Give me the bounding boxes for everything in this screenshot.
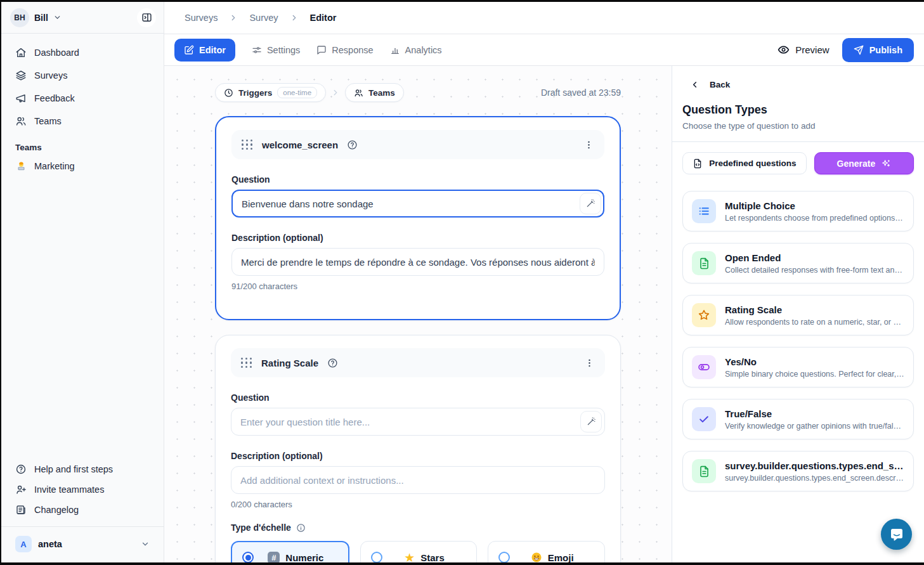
tab-label: Response xyxy=(332,45,373,55)
back-label: Back xyxy=(710,80,730,89)
divider xyxy=(672,141,924,142)
sidebar-item-label: Help and first steps xyxy=(34,464,113,474)
scale-option-stars[interactable]: ★ Stars xyxy=(360,541,478,562)
question-input-wrap xyxy=(231,408,605,436)
sidebar-item-teams[interactable]: Teams xyxy=(10,111,155,131)
clock-icon xyxy=(224,88,233,98)
question-card-rating-scale[interactable]: Rating Scale Question xyxy=(215,335,621,562)
question-description-input[interactable] xyxy=(231,248,604,276)
generate-button[interactable]: Generate xyxy=(814,152,914,174)
user-plus-icon xyxy=(15,484,27,495)
question-type-yes-no[interactable]: Yes/No Simple binary choice questions. P… xyxy=(682,347,914,387)
ai-rewrite-button[interactable] xyxy=(580,193,601,214)
radio-unselected xyxy=(498,552,510,562)
tab-analytics[interactable]: Analytics xyxy=(390,45,442,55)
help-circle-icon[interactable] xyxy=(327,358,338,368)
question-type-description: Collect detailed responses with free-for… xyxy=(725,266,904,275)
tab-label: Analytics xyxy=(405,45,442,55)
question-card-welcome-screen[interactable]: welcome_screen Question xyxy=(215,116,621,320)
sidebar-item-changelog[interactable]: Changelog xyxy=(10,500,155,520)
question-type-title: Rating Scale xyxy=(725,304,904,315)
panel-subtitle: Choose the type of question to add xyxy=(682,121,914,131)
divider xyxy=(1,526,164,527)
predefined-questions-label: Predefined questions xyxy=(709,159,796,168)
preview-button[interactable]: Preview xyxy=(778,44,829,56)
generate-label: Generate xyxy=(837,159,876,169)
list-icon xyxy=(692,199,716,223)
sidebar-item-label: Marketing xyxy=(34,161,75,171)
file-text-icon xyxy=(692,459,716,483)
check-icon xyxy=(692,407,716,431)
info-icon[interactable] xyxy=(296,523,306,533)
teams-button[interactable]: Teams xyxy=(345,83,404,102)
back-button[interactable]: Back xyxy=(682,79,914,91)
tab-label: Editor xyxy=(199,45,226,55)
question-description-input[interactable] xyxy=(231,466,605,494)
technologist-emoji xyxy=(15,160,27,172)
question-type-rating-scale[interactable]: Rating Scale Allow respondents to rate o… xyxy=(682,295,914,335)
draft-status: Draft saved at 23:59 xyxy=(541,88,621,98)
home-icon xyxy=(15,47,27,58)
sidebar-item-label: Changelog xyxy=(34,505,79,515)
question-field-label: Question xyxy=(231,174,604,185)
question-title-input[interactable] xyxy=(231,408,605,436)
sidebar-collapse-button[interactable] xyxy=(137,8,156,27)
survey-flow-row: Triggers one-time Teams Draft saved at 2… xyxy=(215,83,621,102)
question-type-true-false[interactable]: True/False Verify knowledge or gather op… xyxy=(682,399,914,439)
sidebar-item-surveys[interactable]: Surveys xyxy=(10,65,155,86)
description-input-wrap xyxy=(231,466,605,494)
breadcrumb-editor: Editor xyxy=(310,13,337,23)
drag-handle-icon[interactable] xyxy=(242,140,253,150)
chat-launcher-button[interactable] xyxy=(881,519,912,550)
sidebar-item-feedback[interactable]: Feedback xyxy=(10,88,155,108)
tab-settings[interactable]: Settings xyxy=(252,45,300,55)
question-card-title: Rating Scale xyxy=(261,358,318,368)
drag-handle-icon[interactable] xyxy=(241,358,252,368)
workspace-switcher[interactable]: BH Bill xyxy=(1,2,164,34)
tab-response[interactable]: Response xyxy=(316,45,373,55)
sidebar-item-label: Surveys xyxy=(34,70,67,81)
tab-label: Settings xyxy=(267,45,300,55)
workspace-name: Bill xyxy=(34,13,48,23)
user-menu[interactable]: A aneta xyxy=(10,533,155,555)
chevron-down-icon xyxy=(53,13,62,22)
description-input-wrap xyxy=(231,248,604,276)
radio-unselected xyxy=(371,552,382,562)
sidebar-item-help[interactable]: Help and first steps xyxy=(10,459,155,479)
char-counter: 0/200 characters xyxy=(231,500,605,509)
file-code-icon xyxy=(693,159,703,169)
main-area: Surveys Survey Editor Editor Settings Re… xyxy=(164,2,924,562)
ai-rewrite-button[interactable] xyxy=(580,411,602,432)
chevron-left-icon xyxy=(690,80,700,89)
question-type-description: Verify knowledge or gather opinions with… xyxy=(725,422,904,431)
sidebar: BH Bill Dashboard Surveys Feedback T xyxy=(1,2,164,562)
scale-type-label-row: Type d'échelle xyxy=(231,523,605,533)
scale-type-options: # Numeric ★ Stars xyxy=(231,541,605,562)
more-options-icon[interactable] xyxy=(583,140,594,150)
char-counter: 91/200 characters xyxy=(231,282,604,291)
question-type-description: survey.builder.questions.types.end_scree… xyxy=(725,474,904,483)
question-type-title: Open Ended xyxy=(725,252,904,263)
triggers-button[interactable]: Triggers one-time xyxy=(215,83,326,102)
magic-wand-icon xyxy=(586,417,596,427)
sidebar-teams-section-label: Teams xyxy=(1,131,164,156)
triggers-label: Triggers xyxy=(238,88,272,98)
question-type-open-ended[interactable]: Open Ended Collect detailed responses wi… xyxy=(682,243,914,283)
sidebar-item-marketing-team[interactable]: Marketing xyxy=(10,156,155,176)
sidebar-item-dashboard[interactable]: Dashboard xyxy=(10,42,155,63)
bar-chart-icon xyxy=(390,45,400,55)
scale-option-emoji[interactable]: Emoji xyxy=(488,541,605,562)
publish-button[interactable]: Publish xyxy=(842,38,914,62)
question-title-input[interactable] xyxy=(231,190,604,218)
breadcrumb-surveys[interactable]: Surveys xyxy=(185,13,218,23)
scale-option-numeric[interactable]: # Numeric xyxy=(231,541,349,562)
help-circle-icon[interactable] xyxy=(347,140,358,150)
breadcrumb-survey[interactable]: Survey xyxy=(249,13,278,23)
question-type-multiple-choice[interactable]: Multiple Choice Let respondents choose f… xyxy=(682,191,914,231)
sidebar-item-invite[interactable]: Invite teammates xyxy=(10,479,155,500)
more-options-icon[interactable] xyxy=(584,358,595,368)
question-type-end-screen[interactable]: survey.builder.questions.types.end_scr..… xyxy=(682,451,914,491)
question-type-description: Let respondents choose from predefined o… xyxy=(725,214,904,223)
predefined-questions-button[interactable]: Predefined questions xyxy=(682,152,807,174)
tab-editor[interactable]: Editor xyxy=(174,39,235,62)
